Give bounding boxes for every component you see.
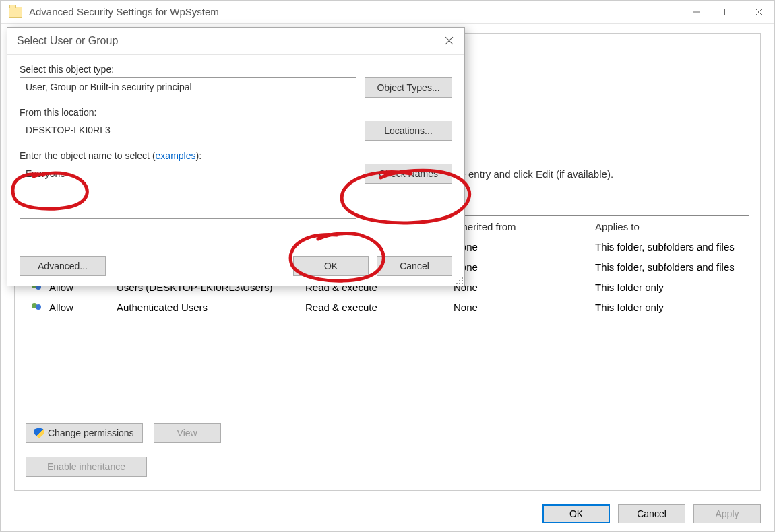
- locations-button[interactable]: Locations...: [365, 121, 452, 141]
- window-controls: [681, 1, 774, 23]
- view-button[interactable]: View: [154, 423, 221, 443]
- parent-titlebar: Advanced Security Settings for WpSystem: [1, 1, 774, 24]
- select-user-group-dialog: Select User or Group Select this object …: [7, 27, 465, 286]
- parent-apply-button[interactable]: Apply: [693, 504, 761, 523]
- examples-link[interactable]: examples: [156, 150, 196, 161]
- col-applies: Applies to: [595, 221, 743, 232]
- child-titlebar: Select User or Group: [7, 28, 464, 55]
- parent-cancel-button[interactable]: Cancel: [618, 504, 685, 523]
- minimize-button[interactable]: [681, 1, 712, 23]
- object-name-label: Enter the object name to select (example…: [20, 150, 452, 161]
- advanced-button[interactable]: Advanced...: [20, 256, 106, 276]
- object-type-field[interactable]: User, Group or Built-in security princip…: [20, 77, 356, 96]
- change-permissions-button[interactable]: Change permissions: [26, 423, 143, 443]
- ok-button[interactable]: OK: [293, 256, 369, 276]
- location-label: From this location:: [20, 107, 452, 118]
- object-type-label: Select this object type:: [20, 64, 452, 75]
- folder-icon: [9, 7, 22, 18]
- enable-inheritance-button[interactable]: Enable inheritance: [26, 457, 147, 477]
- svg-rect-1: [725, 9, 731, 15]
- child-window-title: Select User or Group: [17, 35, 433, 47]
- object-name-input[interactable]: Everyone: [20, 164, 356, 219]
- child-body: Select this object type: User, Group or …: [7, 55, 464, 286]
- object-types-button[interactable]: Object Types...: [365, 77, 452, 98]
- parent-ok-button[interactable]: OK: [542, 504, 610, 523]
- shield-icon: [34, 428, 44, 438]
- permission-action-buttons: Change permissions View: [26, 423, 221, 443]
- maximize-button[interactable]: [712, 1, 743, 23]
- check-names-button[interactable]: Check Names: [365, 164, 452, 184]
- location-field[interactable]: DESKTOP-LKI0RL3: [20, 121, 356, 139]
- table-row[interactable]: Allow Authenticated Users Read & execute…: [26, 297, 749, 317]
- parent-dialog-buttons: OK Cancel Apply: [542, 504, 761, 523]
- close-button[interactable]: [743, 1, 774, 23]
- col-inherited: Inherited from: [454, 221, 595, 232]
- group-icon: [32, 302, 45, 312]
- cancel-button[interactable]: Cancel: [377, 256, 452, 276]
- parent-window-title: Advanced Security Settings for WpSystem: [29, 6, 681, 18]
- resize-grip[interactable]: [454, 275, 463, 284]
- child-close-button[interactable]: [433, 28, 464, 54]
